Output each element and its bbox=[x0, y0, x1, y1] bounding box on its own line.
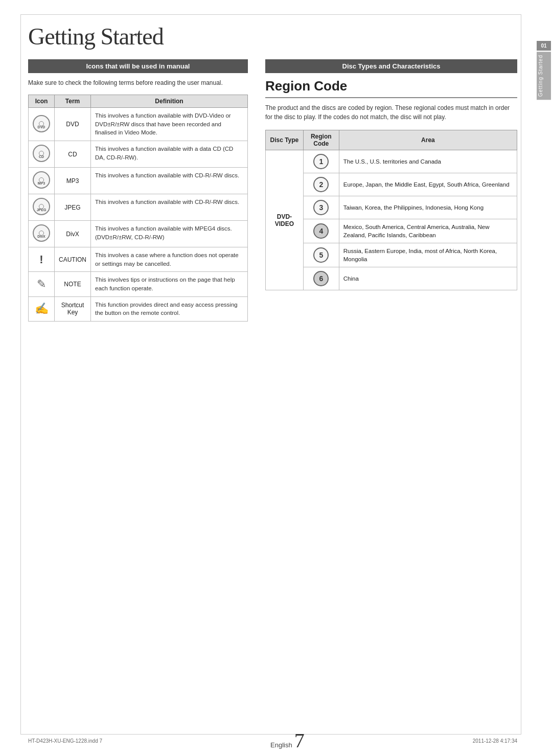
note-icon: ✎ bbox=[37, 278, 46, 290]
page-number: 7 bbox=[294, 730, 305, 751]
icon-table-row: CD CDThis involves a function available … bbox=[29, 141, 248, 168]
col-term: Term bbox=[55, 95, 91, 108]
right-column: Disc Types and Characteristics Region Co… bbox=[260, 59, 517, 290]
region-table-row: 6China bbox=[266, 267, 517, 290]
region-num-3: 3 bbox=[313, 200, 329, 215]
disc-icon-cd: CD bbox=[33, 145, 50, 162]
area-cell: Mexico, South America, Central America, … bbox=[339, 219, 517, 243]
region-col-code: Region Code bbox=[303, 130, 339, 150]
definition-cell: This involves tips or instructions on th… bbox=[91, 272, 248, 296]
disc-section-header: Disc Types and Characteristics bbox=[265, 59, 517, 73]
term-cell: CD bbox=[55, 141, 91, 168]
footer: HT-D423H-XU-ENG-1228.indd 7 English 7 20… bbox=[28, 730, 517, 751]
region-table-row: 3Taiwan, Korea, the Philippines, Indones… bbox=[266, 196, 517, 219]
term-cell: DivX bbox=[55, 221, 91, 247]
icon-table-row: JPEG JPEGThis involves a function availa… bbox=[29, 194, 248, 221]
disc-icon-divx: DivX bbox=[33, 224, 50, 242]
main-content: Getting Started Icons that will be used … bbox=[28, 23, 517, 728]
page-border-left bbox=[20, 14, 21, 735]
icon-table-row: !CAUTIONThis involves a case where a fun… bbox=[29, 247, 248, 272]
page-number-area: English 7 bbox=[270, 730, 305, 751]
page-title: Getting Started bbox=[28, 23, 517, 50]
footer-right: 2011-12-28 4:17:34 bbox=[473, 738, 517, 744]
definition-cell: This involves a function available with … bbox=[91, 108, 248, 141]
region-num-6: 6 bbox=[313, 271, 329, 286]
term-cell: CAUTION bbox=[55, 247, 91, 272]
icon-cell: ✍ bbox=[29, 296, 55, 321]
footer-left: HT-D423H-XU-ENG-1228.indd 7 bbox=[28, 738, 102, 744]
sidebar-tab: 01 Getting Started bbox=[536, 41, 552, 100]
region-description: The product and the discs are coded by r… bbox=[265, 103, 517, 122]
page-border-top bbox=[20, 14, 521, 15]
region-code-title: Region Code bbox=[265, 78, 517, 98]
icon-table-row: ✍Shortcut KeyThis function provides dire… bbox=[29, 296, 248, 321]
icon-cell: DVD bbox=[29, 108, 55, 141]
region-table-row: 2Europe, Japan, the Middle East, Egypt, … bbox=[266, 173, 517, 196]
region-table: Disc Type Region Code Area DVD-VIDEO1The… bbox=[265, 130, 517, 290]
icon-table-row: DivX DivXThis involves a function availa… bbox=[29, 221, 248, 247]
definition-cell: This involves a case where a function do… bbox=[91, 247, 248, 272]
definition-cell: This involves a function available with … bbox=[91, 168, 248, 194]
definition-cell: This involves a function available with … bbox=[91, 194, 248, 221]
disc-icon-jpeg: JPEG bbox=[33, 198, 50, 215]
region-num-2: 2 bbox=[313, 177, 329, 192]
disc-type-cell: DVD-VIDEO bbox=[266, 150, 304, 290]
term-cell: JPEG bbox=[55, 194, 91, 221]
definition-cell: This function provides direct and easy a… bbox=[91, 296, 248, 321]
region-code-cell: 4 bbox=[303, 219, 339, 243]
term-cell: NOTE bbox=[55, 272, 91, 296]
page-border-right bbox=[521, 14, 521, 735]
term-cell: Shortcut Key bbox=[55, 296, 91, 321]
region-num-1: 1 bbox=[313, 154, 329, 169]
icon-cell: JPEG bbox=[29, 194, 55, 221]
definition-cell: This involves a function available with … bbox=[91, 221, 248, 247]
region-col-disc-type: Disc Type bbox=[266, 130, 304, 150]
sidebar-label: Getting Started bbox=[537, 52, 551, 100]
page-language: English bbox=[270, 741, 292, 749]
area-cell: Europe, Japan, the Middle East, Egypt, S… bbox=[339, 173, 517, 196]
region-code-cell: 5 bbox=[303, 243, 339, 267]
region-num-4: 4 bbox=[313, 223, 329, 239]
area-cell: Russia, Eastern Europe, India, most of A… bbox=[339, 243, 517, 267]
icons-section-header: Icons that will be used in manual bbox=[28, 59, 248, 73]
col-definition: Definition bbox=[91, 95, 248, 108]
icon-table-row: DVD DVDThis involves a function availabl… bbox=[29, 108, 248, 141]
icon-cell: CD bbox=[29, 141, 55, 168]
area-cell: China bbox=[339, 267, 517, 290]
icon-cell: MP3 bbox=[29, 168, 55, 194]
term-cell: DVD bbox=[55, 108, 91, 141]
icon-cell: ! bbox=[29, 247, 55, 272]
area-cell: Taiwan, Korea, the Philippines, Indonesi… bbox=[339, 196, 517, 219]
region-col-area: Area bbox=[339, 130, 517, 150]
icon-cell: ✎ bbox=[29, 272, 55, 296]
icon-table-row: MP3 MP3This involves a function availabl… bbox=[29, 168, 248, 194]
term-cell: MP3 bbox=[55, 168, 91, 194]
definition-cell: This involves a function available with … bbox=[91, 141, 248, 168]
area-cell: The U.S., U.S. territories and Canada bbox=[339, 150, 517, 173]
icon-table-row: ✎NOTEThis involves tips or instructions … bbox=[29, 272, 248, 296]
region-code-cell: 6 bbox=[303, 267, 339, 290]
region-code-cell: 3 bbox=[303, 196, 339, 219]
icons-table: Icon Term Definition DVD DVDThis involve… bbox=[28, 95, 248, 322]
region-code-cell: 1 bbox=[303, 150, 339, 173]
shortcut-icon: ✍ bbox=[35, 302, 49, 315]
col-icon: Icon bbox=[29, 95, 55, 108]
region-table-row: DVD-VIDEO1The U.S., U.S. territories and… bbox=[266, 150, 517, 173]
left-column: Icons that will be used in manual Make s… bbox=[28, 59, 248, 322]
intro-text: Make sure to check the following terms b… bbox=[28, 78, 248, 87]
region-code-cell: 2 bbox=[303, 173, 339, 196]
caution-icon: ! bbox=[39, 253, 43, 266]
region-table-row: 5Russia, Eastern Europe, India, most of … bbox=[266, 243, 517, 267]
sidebar-number: 01 bbox=[537, 41, 551, 51]
region-num-5: 5 bbox=[313, 247, 329, 263]
disc-icon-mp3: MP3 bbox=[33, 171, 50, 189]
disc-icon-dvd: DVD bbox=[33, 115, 50, 132]
columns-layout: Icons that will be used in manual Make s… bbox=[28, 59, 517, 322]
region-table-row: 4Mexico, South America, Central America,… bbox=[266, 219, 517, 243]
icon-cell: DivX bbox=[29, 221, 55, 247]
